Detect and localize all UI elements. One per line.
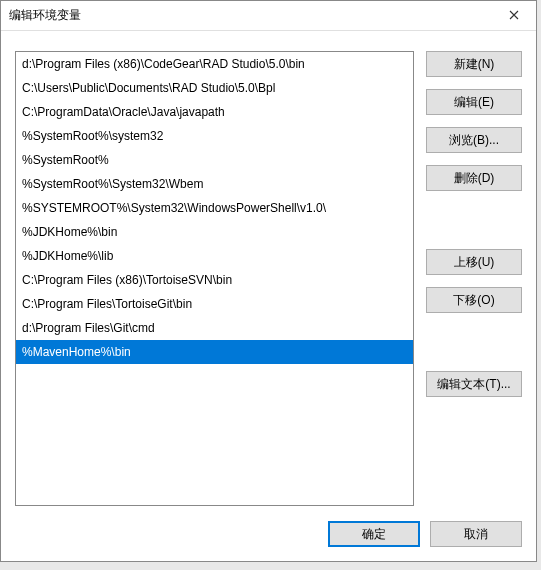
list-item[interactable]: %JDKHome%\bin [16, 220, 413, 244]
list-item[interactable]: %SystemRoot%\System32\Wbem [16, 172, 413, 196]
env-var-edit-dialog: 编辑环境变量 d:\Program Files (x86)\CodeGear\R… [0, 0, 537, 562]
list-item[interactable]: C:\ProgramData\Oracle\Java\javapath [16, 100, 413, 124]
dialog-content: d:\Program Files (x86)\CodeGear\RAD Stud… [1, 31, 536, 561]
main-row: d:\Program Files (x86)\CodeGear\RAD Stud… [15, 51, 522, 506]
delete-button[interactable]: 删除(D) [426, 165, 522, 191]
cancel-button[interactable]: 取消 [430, 521, 522, 547]
move-up-button[interactable]: 上移(U) [426, 249, 522, 275]
list-item[interactable]: %JDKHome%\lib [16, 244, 413, 268]
list-item[interactable]: C:\Program Files (x86)\TortoiseSVN\bin [16, 268, 413, 292]
path-listbox[interactable]: d:\Program Files (x86)\CodeGear\RAD Stud… [15, 51, 414, 506]
close-button[interactable] [491, 1, 536, 31]
dialog-footer: 确定 取消 [328, 521, 522, 547]
list-item[interactable]: %SystemRoot% [16, 148, 413, 172]
list-item[interactable]: C:\Users\Public\Documents\RAD Studio\5.0… [16, 76, 413, 100]
ok-button[interactable]: 确定 [328, 521, 420, 547]
list-item[interactable]: C:\Program Files\TortoiseGit\bin [16, 292, 413, 316]
list-item[interactable]: %SystemRoot%\system32 [16, 124, 413, 148]
new-button[interactable]: 新建(N) [426, 51, 522, 77]
move-down-button[interactable]: 下移(O) [426, 287, 522, 313]
edit-text-button[interactable]: 编辑文本(T)... [426, 371, 522, 397]
button-column: 新建(N) 编辑(E) 浏览(B)... 删除(D) 上移(U) 下移(O) 编… [426, 51, 522, 506]
titlebar: 编辑环境变量 [1, 1, 536, 31]
list-item[interactable]: %MavenHome%\bin [16, 340, 413, 364]
list-item[interactable]: d:\Program Files (x86)\CodeGear\RAD Stud… [16, 52, 413, 76]
close-icon [509, 8, 519, 23]
edit-button[interactable]: 编辑(E) [426, 89, 522, 115]
dialog-title: 编辑环境变量 [1, 7, 491, 24]
list-item[interactable]: %SYSTEMROOT%\System32\WindowsPowerShell\… [16, 196, 413, 220]
browse-button[interactable]: 浏览(B)... [426, 127, 522, 153]
list-item[interactable]: d:\Program Files\Git\cmd [16, 316, 413, 340]
